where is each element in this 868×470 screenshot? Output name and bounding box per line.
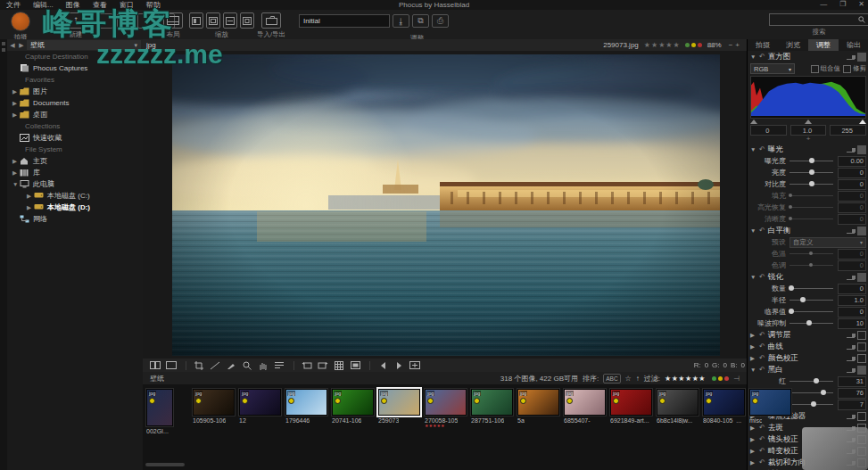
notes-icon[interactable] — [272, 360, 286, 371]
prev-image-icon[interactable] — [376, 360, 390, 371]
pin-icon[interactable] — [847, 275, 855, 280]
thumbnail-002GI...[interactable]: jpg002GI... — [146, 389, 187, 434]
menu-3[interactable]: 查看 — [87, 0, 113, 10]
preset-select[interactable]: Initial — [299, 14, 390, 28]
slider-handle[interactable] — [809, 181, 814, 186]
slider-value[interactable]: 0 — [838, 179, 866, 190]
thumbnail-270058-105[interactable]: jpg270058-105★★★★★ — [425, 389, 466, 427]
filter-stars[interactable]: ★★★★★★ — [665, 375, 706, 383]
zoom-size-buttons[interactable]: 缩放 — [189, 12, 254, 39]
reset-icon[interactable]: ↶ — [759, 331, 765, 339]
slider-handle[interactable] — [800, 297, 806, 302]
slider-track[interactable] — [789, 288, 833, 289]
slider-track[interactable] — [789, 195, 833, 196]
star-icon[interactable]: ★ — [673, 41, 680, 49]
slider-handle[interactable] — [811, 401, 816, 407]
pan-hand-icon[interactable] — [256, 360, 270, 371]
filmstrip-scrollbar[interactable] — [145, 463, 185, 466]
slider-track[interactable] — [789, 161, 833, 161]
rotate-right-icon[interactable] — [316, 360, 330, 371]
clip-checkbox[interactable]: 修剪 — [843, 64, 866, 73]
crop-icon[interactable] — [192, 360, 206, 371]
thumbnail-image[interactable]: jpg — [471, 389, 513, 416]
size-large-icon[interactable] — [189, 12, 203, 29]
thumbnail-20741-106[interactable]: jpg20741-106 — [332, 389, 373, 424]
reset-icon[interactable]: ↶ — [759, 458, 765, 466]
tree-chevron-icon[interactable]: ▶ — [12, 100, 20, 107]
slider-handle[interactable] — [809, 169, 814, 175]
section-header-2[interactable]: ▼↶锐化 — [748, 271, 868, 283]
star-icon[interactable]: ★ — [651, 41, 658, 49]
sort-star-icon[interactable]: ☆ — [625, 375, 632, 383]
slider-handle[interactable] — [809, 263, 813, 267]
thumbnail-1796446[interactable]: jpg1796446 — [285, 389, 327, 424]
single-view-icon[interactable] — [164, 360, 178, 371]
add-tool-button[interactable]: + — [748, 136, 868, 144]
slider-value[interactable]: 10 — [838, 318, 866, 329]
filter-dot-icon[interactable] — [724, 376, 729, 381]
slider-track[interactable] — [789, 265, 833, 266]
thumbnail-image[interactable]: jpg — [517, 389, 559, 416]
import-icon[interactable] — [96, 13, 113, 29]
thumbnail-image[interactable]: jpg — [378, 389, 420, 416]
slider-value[interactable]: 1.0 — [838, 295, 866, 306]
overlay-icon[interactable] — [348, 360, 362, 371]
section-header-6[interactable]: ▼↶黑白 — [748, 364, 868, 375]
overlay-checkbox[interactable]: 组合值 — [811, 64, 841, 73]
zoom-loupe-icon[interactable] — [240, 360, 254, 371]
slider-track[interactable] — [789, 219, 833, 219]
slider-value[interactable]: 0 — [838, 168, 866, 178]
thumbnail-6b8c14l8jw...[interactable]: jpg6b8c14l8jw... — [657, 389, 698, 424]
tree-chevron-icon[interactable]: ▶ — [27, 204, 34, 211]
close-button[interactable]: ✕ — [858, 0, 864, 8]
new-button[interactable]: ⭡ 新建 — [66, 12, 86, 39]
thumbnail-105905-106[interactable]: jpg105905-106 — [193, 389, 234, 424]
tree-chevron-icon[interactable]: ▶ — [12, 111, 20, 119]
export-icon[interactable] — [117, 13, 134, 29]
sort-asc-icon[interactable]: ↑ — [636, 375, 640, 383]
preset-print-icon[interactable]: ⎙ — [432, 14, 449, 28]
slider-value[interactable]: 0 — [838, 284, 866, 294]
sort-abc-icon[interactable]: ABC — [603, 374, 620, 383]
filter-end-icon[interactable]: ⊣ — [733, 375, 740, 383]
delete-icon[interactable] — [137, 13, 154, 29]
preset-save-icon[interactable]: ⭳ — [393, 14, 409, 28]
channel-select[interactable]: RGB ▾ — [750, 63, 795, 74]
reset-icon[interactable]: ↶ — [759, 53, 765, 61]
sidebar-item-14[interactable]: 网络 — [7, 213, 143, 225]
zoom-out-button[interactable]: − — [729, 41, 733, 49]
menu-1[interactable]: 编辑... — [27, 0, 60, 10]
star-icon[interactable]: ★ — [658, 41, 665, 49]
sidebar-item-9[interactable]: ▶主页 — [7, 155, 143, 167]
size-tiny-icon[interactable] — [240, 12, 254, 29]
import-export-button[interactable]: 导入/导出 — [257, 12, 285, 39]
slider-track[interactable] — [789, 392, 833, 393]
white-point-slider[interactable] — [859, 120, 866, 124]
menu-2[interactable]: 图像 — [60, 0, 87, 10]
grid-icon[interactable] — [332, 360, 346, 371]
rating-stars[interactable]: ★★★★★ — [644, 41, 681, 49]
thumbnail-image[interactable]: jpg — [332, 389, 374, 416]
slider-track[interactable] — [789, 311, 833, 312]
section-checkbox[interactable] — [857, 227, 866, 235]
reset-icon[interactable]: ↶ — [759, 354, 765, 362]
tab-输出[interactable]: 输出 — [839, 39, 868, 51]
thumbnail-image[interactable]: jpg — [657, 389, 699, 416]
tab-拍摄[interactable]: 拍摄 — [748, 39, 778, 51]
tree-chevron-icon[interactable]: ▶ — [27, 193, 34, 200]
slider-value[interactable]: 0 — [838, 260, 866, 271]
slider-value[interactable]: 0.00 — [838, 156, 866, 167]
thumbnail-image[interactable]: jpg — [610, 389, 652, 416]
restore-button[interactable]: ❐ — [839, 0, 846, 8]
section-checkbox[interactable] — [857, 342, 866, 351]
thumbnail-image[interactable]: jpg — [193, 389, 235, 416]
slider-value[interactable]: 31 — [838, 376, 866, 387]
thumbnail-6855407-[interactable]: jpg6855407- — [564, 389, 605, 424]
section-checkbox[interactable] — [857, 366, 866, 375]
color-dot-icon[interactable] — [691, 43, 696, 47]
spot-pen-icon[interactable] — [224, 360, 238, 371]
sidebar-item-10[interactable]: ▶库 — [7, 167, 143, 178]
section-header-1[interactable]: ▼↶白平衡 — [748, 225, 868, 236]
section-header-0[interactable]: ▼↶曝光 — [748, 144, 868, 155]
fit-screen-icon[interactable] — [408, 360, 422, 371]
